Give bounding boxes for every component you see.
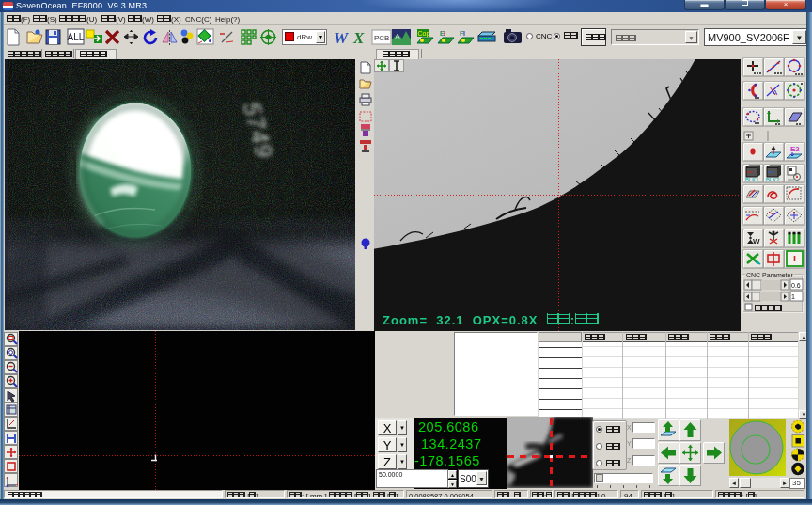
svg-text:PCB: PCB: [374, 34, 389, 42]
svg-text:W: W: [334, 29, 350, 47]
svg-text:A: A: [773, 88, 778, 97]
svg-text:CNC Parameter: CNC Parameter: [746, 272, 793, 278]
svg-text:ALL: ALL: [68, 32, 85, 42]
svg-text:F: F: [460, 29, 464, 38]
svg-text:0.6: 0.6: [791, 282, 801, 289]
svg-text:Cop: Cop: [418, 30, 430, 38]
svg-text:X: X: [352, 29, 365, 47]
svg-text:BLK2: BLK2: [766, 177, 780, 182]
svg-text:A: A: [395, 32, 400, 41]
svg-text:E2: E2: [790, 145, 800, 153]
svg-text:BLK1: BLK1: [745, 177, 759, 182]
svg-text:W: W: [753, 237, 760, 245]
svg-text:1: 1: [791, 293, 795, 300]
